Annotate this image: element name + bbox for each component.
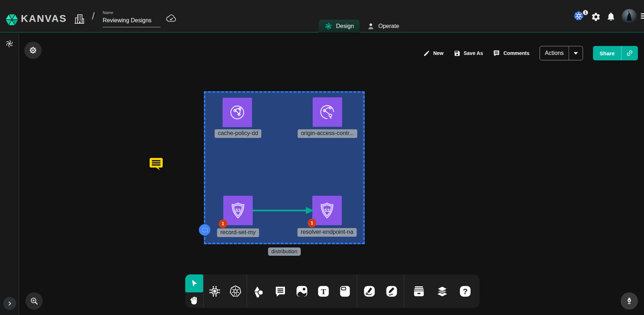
breadcrumb-separator: /	[92, 11, 95, 22]
chevron-right-icon	[6, 300, 13, 307]
design-action-bar: New Save As Comments Actions	[423, 46, 638, 60]
tab-design[interactable]: Design	[319, 20, 360, 33]
pen-tool[interactable]	[363, 285, 375, 297]
node-resolver-endpoint[interactable]: 53	[312, 196, 342, 225]
kubernetes-context-count-badge: 1	[582, 9, 589, 16]
sidebar-expand-button[interactable]	[3, 297, 16, 310]
canvas-menu-button[interactable]	[24, 42, 42, 59]
pen-tool-icon	[363, 285, 375, 297]
actions-dropdown-toggle[interactable]	[569, 46, 583, 60]
drawer-tool-icon	[412, 285, 425, 298]
frame-tool[interactable]	[339, 285, 351, 297]
copy-link-button[interactable]	[621, 46, 638, 60]
swirl-icon[interactable]	[5, 39, 14, 48]
save-as-button-label: Save As	[464, 50, 483, 56]
pencil-tool[interactable]	[386, 285, 398, 297]
svg-text:53: 53	[235, 208, 241, 213]
avatar[interactable]	[622, 9, 637, 24]
kubernetes-tool-icon	[229, 285, 242, 298]
pen-nib-icon	[625, 296, 634, 306]
error-count-badge[interactable]: 1	[219, 219, 227, 228]
comment-tool-icon	[274, 285, 286, 297]
globe-network-icon	[228, 103, 247, 122]
group-select-handle[interactable]	[199, 224, 210, 236]
node-label: resolver-endpoint-na	[298, 228, 357, 237]
logo-hexagon-icon[interactable]	[5, 12, 19, 28]
node-origin-access-control[interactable]	[313, 97, 342, 127]
layers-tool-icon	[436, 285, 449, 298]
infra-tools-section	[204, 274, 247, 308]
actions-button-label[interactable]: Actions	[540, 46, 569, 60]
error-count-badge[interactable]: 1	[308, 219, 316, 227]
comment-marker-icon[interactable]	[148, 156, 164, 172]
save-icon	[454, 50, 461, 57]
design-name-field[interactable]: Name Reviewing Designs	[103, 10, 160, 27]
edge-record-to-resolver[interactable]	[251, 205, 316, 216]
layers-tool[interactable]	[436, 285, 449, 298]
image-tool[interactable]	[296, 285, 308, 297]
hand-tool-icon	[190, 296, 199, 305]
help-tool-icon: ?	[459, 285, 471, 297]
cursor-tool[interactable]	[185, 274, 203, 292]
drawing-tools-section	[357, 274, 404, 308]
kubernetes-context-button[interactable]: 1	[573, 10, 589, 24]
hamburger-icon[interactable]	[641, 13, 644, 20]
annotate-pen-button[interactable]	[621, 292, 638, 310]
flower-icon	[28, 46, 38, 55]
shapes-tool[interactable]	[253, 285, 265, 297]
svg-text:T: T	[321, 287, 326, 296]
svg-text:?: ?	[463, 287, 467, 296]
new-button[interactable]: New	[423, 50, 444, 57]
route53-shield-icon: 53	[229, 201, 247, 220]
node-label: cache-policy-dd	[215, 129, 261, 138]
comments-button[interactable]: Comments	[493, 50, 529, 57]
text-tool[interactable]: T	[317, 285, 330, 297]
share-split-button[interactable]: Share	[593, 46, 638, 60]
comments-button-label: Comments	[503, 50, 529, 56]
kanvas-app: KANVAS / Name Reviewing Designs	[0, 0, 644, 315]
comment-icon	[493, 50, 500, 57]
drawer-tool[interactable]	[412, 285, 425, 298]
pencil-icon	[423, 50, 430, 57]
operate-tab-icon	[367, 22, 375, 30]
node-cache-policy[interactable]	[223, 98, 252, 127]
zoom-in-icon	[29, 296, 39, 306]
pencil-tool-icon	[386, 285, 398, 297]
globe-network-icon	[318, 103, 337, 121]
frame-tool-icon	[339, 285, 351, 297]
help-tool[interactable]: ?	[459, 285, 471, 297]
selection-region[interactable]: 53 53 1 1 cache-policy-dd origin-access-…	[204, 91, 365, 244]
cloud-saved-icon	[165, 13, 177, 23]
node-label: record-set-my	[217, 228, 259, 237]
tools-toolbar: T	[185, 274, 480, 308]
text-tool-icon: T	[317, 285, 330, 297]
node-label: origin-access-contr...	[298, 129, 357, 138]
tab-operate-label: Operate	[378, 23, 399, 29]
zoom-in-button[interactable]	[25, 292, 43, 310]
utility-tools-section: ?	[404, 274, 480, 308]
component-tool[interactable]	[208, 285, 221, 298]
save-as-button[interactable]: Save As	[454, 50, 483, 57]
caret-down-icon	[574, 52, 578, 55]
building-icon[interactable]	[73, 13, 85, 25]
app-logo-wordmark[interactable]: KANVAS	[21, 13, 67, 24]
group-select-icon	[202, 228, 207, 232]
new-button-label: New	[433, 50, 444, 56]
left-sidebar	[0, 33, 19, 315]
svg-text:53: 53	[325, 208, 330, 213]
image-tool-icon	[296, 285, 308, 297]
tab-design-label: Design	[336, 23, 354, 29]
share-button-label[interactable]: Share	[593, 46, 621, 60]
hand-tool[interactable]	[185, 292, 203, 308]
kubernetes-tool[interactable]	[229, 285, 242, 298]
node-record-set[interactable]: 53	[223, 196, 253, 225]
pointer-tools-column	[185, 274, 203, 308]
gear-icon[interactable]	[591, 12, 601, 22]
comment-tool[interactable]	[274, 285, 286, 297]
bell-icon[interactable]	[606, 11, 616, 22]
actions-split-button[interactable]: Actions	[540, 46, 583, 60]
tab-operate[interactable]: Operate	[361, 20, 405, 33]
annotation-tools-section: T	[247, 274, 357, 308]
app-header: KANVAS / Name Reviewing Designs	[0, 0, 644, 33]
design-name-input[interactable]: Reviewing Designs	[103, 17, 160, 27]
